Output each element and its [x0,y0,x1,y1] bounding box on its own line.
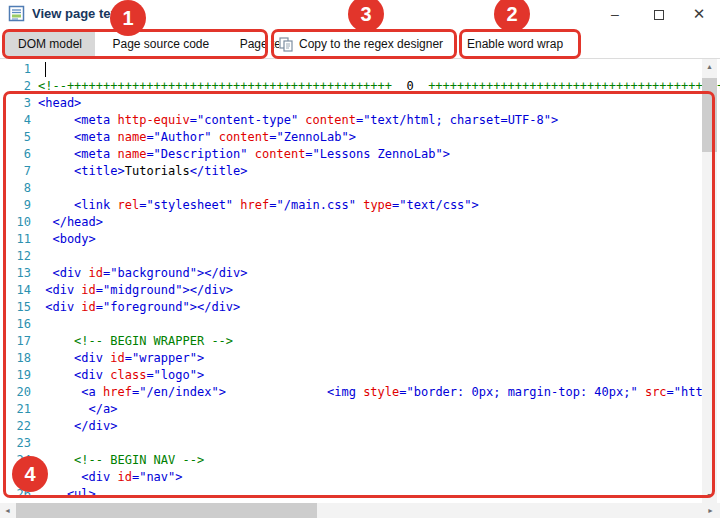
code-line: 9 <link rel="stylesheet" href="/main.css… [0,197,720,214]
code-line: 7 <title>Tutorials</title> [0,163,720,180]
line-number: 1 [0,61,38,78]
scroll-right-icon[interactable]: ► [703,503,718,518]
line-number: 11 [0,231,38,248]
line-number: 2 [0,78,38,95]
view-page-text-window: View page text – ✕ DOM model Page source… [0,0,720,522]
code-line: 18 <div id="wrapper"> [0,350,720,367]
line-number: 3 [0,95,38,112]
maximize-icon [654,10,664,20]
code-line: 8 [0,180,720,197]
maximize-button[interactable] [642,0,676,28]
code-line: 14 <div id="midground"></div> [0,282,720,299]
line-number: 24 [0,452,38,469]
word-wrap-button-label: Enable word wrap [467,37,563,51]
code-line: 22 </div> [0,418,720,435]
code-line: 11 <body> [0,231,720,248]
code-line: 24 <!-- BEGIN NAV --> [0,452,720,469]
line-number: 13 [0,265,38,282]
code-line: 13 <div id="background"></div> [0,265,720,282]
line-number: 8 [0,180,38,197]
line-number: 16 [0,316,38,333]
tab-page-source-code[interactable]: Page source code [99,30,222,58]
minimize-button[interactable]: – [598,0,632,28]
line-number: 10 [0,214,38,231]
code-line: 3<head> [0,95,720,112]
titlebar: View page text – ✕ [0,0,720,28]
line-number: 4 [0,112,38,129]
close-button[interactable]: ✕ [682,0,716,28]
code-line: 25 <div id="nav"> [0,469,720,486]
line-number: 17 [0,333,38,350]
code-line: 2<!--+++++++++++++++++++++++++++++++++++… [0,78,720,95]
code-line: 23 [0,435,720,452]
code-line: 1 [0,61,720,78]
tab-dom-model[interactable]: DOM model [5,30,95,58]
page-text-icon [8,5,25,22]
copy-button-label: Copy to the regex designer [299,37,443,51]
code-line: 16 [0,316,720,333]
line-number: 12 [0,248,38,265]
code-line: 4 <meta http-equiv="content-type" conten… [0,112,720,129]
code-line: 5 <meta name="Author" content="ZennoLab"… [0,129,720,146]
code-line: 6 <meta name="Description" content="Less… [0,146,720,163]
code-line: 19 <div class="logo"> [0,367,720,384]
line-number: 22 [0,418,38,435]
line-number: 6 [0,146,38,163]
line-number: 15 [0,299,38,316]
line-number: 5 [0,129,38,146]
copy-icon [279,37,294,52]
horizontal-scrollbar-thumb[interactable] [16,503,317,518]
tab-bar: DOM model Page source code Page text [5,30,303,58]
line-number: 14 [0,282,38,299]
code-lines: 12<!--++++++++++++++++++++++++++++++++++… [0,61,720,503]
code-line: 15 <div id="foreground"></div> [0,299,720,316]
code-editor[interactable]: 12<!--++++++++++++++++++++++++++++++++++… [0,59,720,503]
line-number: 18 [0,350,38,367]
line-number: 9 [0,197,38,214]
window-title: View page text [32,6,122,21]
line-number: 7 [0,163,38,180]
copy-to-regex-designer-button[interactable]: Copy to the regex designer [279,30,443,58]
line-number: 23 [0,435,38,452]
scroll-up-icon[interactable]: ▲ [702,59,717,74]
line-number: 26 [0,486,38,503]
code-line: 26 <ul> [0,486,720,503]
scroll-left-icon[interactable]: ◄ [0,503,15,518]
code-line: 21 </a> [0,401,720,418]
code-line: 20 <a href="/en/index"> <img style="bord… [0,384,720,401]
toolbar: DOM model Page source code Page text Cop… [0,28,720,59]
vertical-scrollbar-thumb[interactable] [702,78,717,152]
horizontal-scrollbar[interactable]: ◄ ► [0,503,720,518]
scroll-down-icon[interactable]: ▼ [702,488,717,503]
line-number: 21 [0,401,38,418]
enable-word-wrap-button[interactable]: Enable word wrap [467,30,563,58]
code-line: 17 <!-- BEGIN WRAPPER --> [0,333,720,350]
line-number: 25 [0,469,38,486]
code-line: 12 [0,248,720,265]
line-number: 20 [0,384,38,401]
code-line: 10 </head> [0,214,720,231]
line-number: 19 [0,367,38,384]
vertical-scrollbar[interactable]: ▲ ▼ [702,59,717,503]
